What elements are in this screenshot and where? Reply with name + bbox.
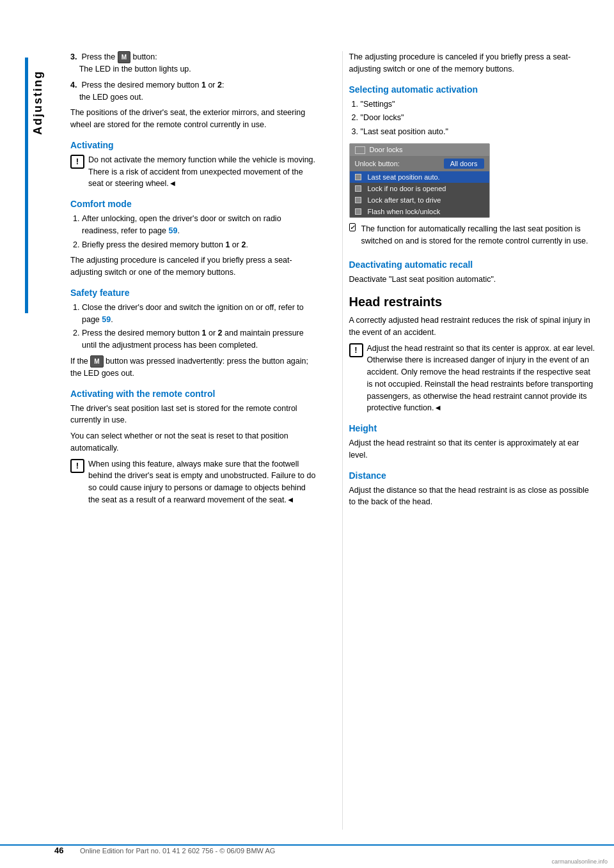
positions-text: The positions of the driver's seat, the … (70, 107, 317, 131)
dl-checkbox-3 (355, 197, 361, 203)
dl-row-1: Last seat position auto. (350, 171, 489, 183)
select-step-1: "Settings" (361, 98, 595, 111)
dl-row-4-text: Flash when lock/unlock (368, 208, 441, 215)
comfort-mode-steps: After unlocking, open the driver's door … (82, 213, 317, 251)
dl-header: Door locks (350, 144, 489, 156)
comfort-step-2: Briefly press the desired memory button … (82, 239, 317, 251)
screen-note-text: The function for automatically recalling… (361, 223, 595, 247)
dl-header-icon-area: Door locks (355, 146, 403, 154)
watermark: carmanualsonline.info (551, 858, 608, 865)
content-area: 3. Press the M button: The LED in the bu… (51, 51, 614, 830)
remote-warning-text: When using this feature, always make sur… (88, 458, 317, 506)
step4-text: 4. Press the desired memory button 1 or … (70, 79, 317, 104)
dl-unlock-btn: All doors (444, 159, 484, 169)
dl-unlock-label: Unlock button: (355, 160, 400, 167)
activating-warning-box: ! Do not activate the memory function wh… (70, 154, 317, 190)
selecting-auto-heading: Selecting automatic activation (349, 84, 595, 95)
dl-row-4: Flash when lock/unlock (350, 206, 489, 217)
select-step-2: "Door locks" (361, 112, 595, 124)
dl-row-3: Lock after start, to drive (350, 194, 489, 206)
dl-checkbox-4 (355, 208, 361, 215)
head-restraints-intro: A correctly adjusted head restraint redu… (349, 314, 595, 339)
dl-header-icon (355, 146, 365, 154)
activating-warning-text: Do not activate the memory function whil… (88, 154, 317, 190)
page-footer: 46 Online Edition for Part no. 01 41 2 6… (0, 844, 614, 855)
sidebar: Adjusting (0, 51, 51, 830)
safety-steps: Close the driver's door and switch the i… (82, 302, 317, 352)
remote-text2: You can select whether or not the seat i… (70, 430, 317, 454)
screen-note-box: ✓ The function for automatically recalli… (349, 223, 595, 251)
dl-row-3-text: Lock after start, to drive (368, 196, 441, 204)
sidebar-blue-bar (25, 58, 28, 313)
right-column: The adjusting procedure is canceled if y… (342, 51, 595, 830)
deactivating-heading: Deactivating automatic recall (349, 260, 595, 270)
dl-title: Door locks (370, 146, 403, 153)
comfort-note: The adjusting procedure is canceled if y… (70, 254, 317, 279)
deactivating-text: Deactivate "Last seat position automatic… (349, 274, 595, 286)
safety-feature-heading: Safety feature (70, 288, 317, 298)
warning-icon-1: ! (70, 155, 84, 169)
head-restraints-warning-text: Adjust the head restraint so that its ce… (367, 343, 595, 415)
comfort-mode-heading: Comfort mode (70, 199, 317, 209)
height-heading: Height (349, 423, 595, 433)
dl-row-1-text: Last seat position auto. (368, 173, 440, 181)
dl-row-2-text: Lock if no door is opened (368, 185, 446, 192)
height-text: Adjust the head restraint so that its ce… (349, 437, 595, 461)
head-restraints-heading: Head restraints (349, 295, 595, 309)
head-restraints-warning-box: ! Adjust the head restraint so that its … (349, 343, 595, 415)
selecting-auto-steps: "Settings" "Door locks" "Last seat posit… (361, 98, 595, 138)
comfort-step-1: After unlocking, open the driver's door … (82, 213, 317, 237)
m-button-2: M (90, 355, 103, 368)
m-button-1: M (118, 51, 130, 63)
activating-heading: Activating (70, 140, 317, 150)
door-locks-screenshot: Door locks Unlock button: All doors Last… (349, 143, 490, 218)
safety-step-2: Press the desired memory button 1 or 2 a… (82, 327, 317, 352)
right-intro: The adjusting procedure is canceled if y… (349, 51, 595, 75)
warning-icon-3: ! (349, 343, 363, 357)
note-icon-1: ✓ (349, 223, 356, 231)
footer-text: Online Edition for Part no. 01 41 2 602 … (80, 847, 275, 855)
distance-text: Adjust the distance so that the head res… (349, 484, 595, 509)
select-step-3: "Last seat position auto." (361, 126, 595, 138)
dl-checkbox-1 (355, 174, 361, 180)
page-container: Adjusting 3. Press the M button: The LED… (0, 0, 614, 868)
dl-checkbox-2 (355, 185, 361, 192)
warning-icon-2: ! (70, 459, 84, 473)
step3-text: 3. Press the M button: The LED in the bu… (70, 51, 317, 75)
safety-note: If the M button was pressed inadvertentl… (70, 355, 317, 380)
sidebar-label: Adjusting (31, 70, 45, 135)
left-column: 3. Press the M button: The LED in the bu… (70, 51, 323, 830)
remote-warning-box: ! When using this feature, always make s… (70, 458, 317, 506)
remote-text1: The driver's seat position last set is s… (70, 403, 317, 427)
dl-unlock-row: Unlock button: All doors (350, 156, 489, 171)
remote-heading: Activating with the remote control (70, 389, 317, 399)
distance-heading: Distance (349, 470, 595, 481)
safety-step-1: Close the driver's door and switch the i… (82, 302, 317, 326)
dl-row-2: Lock if no door is opened (350, 183, 489, 194)
page-number: 46 (54, 846, 74, 855)
